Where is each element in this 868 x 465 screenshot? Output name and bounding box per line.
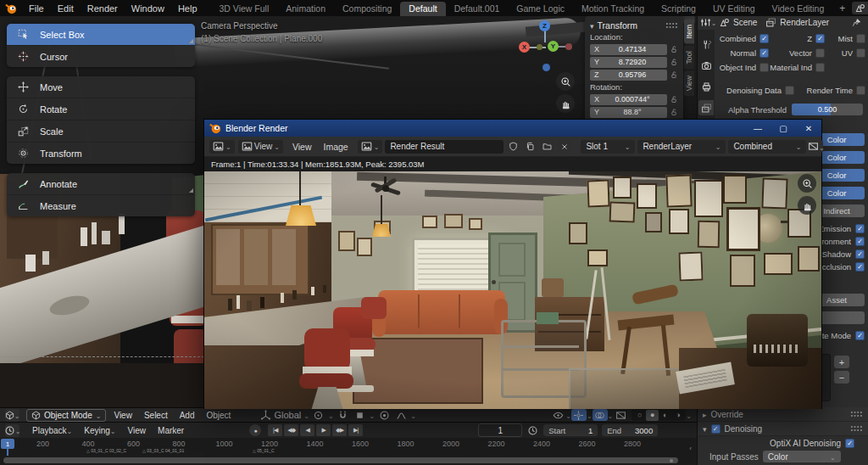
show-object-types-button[interactable] bbox=[550, 409, 565, 421]
tab-game-logic[interactable]: Game Logic bbox=[508, 2, 573, 16]
tool-cursor[interactable]: Cursor bbox=[7, 45, 195, 67]
transport-button-3[interactable]: ▶ bbox=[316, 424, 331, 436]
new-image-button[interactable] bbox=[523, 140, 537, 153]
properties-tab-viewlayer[interactable] bbox=[698, 100, 714, 115]
extra-checkbox-render-time[interactable] bbox=[856, 86, 865, 95]
panel-grip-icon[interactable] bbox=[850, 411, 863, 417]
transport-button-4[interactable]: ◆▶ bbox=[332, 424, 347, 436]
gizmo-axis-x[interactable]: X bbox=[519, 42, 530, 53]
filter-checkbox-ambient-occlusion[interactable]: ✓ bbox=[855, 262, 865, 272]
sidebar-tab-tool[interactable]: Tool bbox=[684, 46, 694, 70]
xray-toggle-button[interactable] bbox=[613, 409, 628, 421]
playhead-line[interactable] bbox=[7, 449, 8, 456]
input-passes-dropdown[interactable]: Color bbox=[763, 451, 841, 462]
editor-type-button[interactable] bbox=[209, 140, 235, 154]
shading-mode-2[interactable]: ◐ bbox=[659, 410, 671, 421]
region-collapse-arrow[interactable] bbox=[689, 445, 692, 452]
transport-button-0[interactable]: |◀ bbox=[268, 424, 282, 436]
tab-motion-tracking[interactable]: Motion Tracking bbox=[573, 2, 653, 16]
fake-user-button[interactable] bbox=[506, 140, 520, 153]
viewport-menu-add[interactable]: Add bbox=[174, 411, 201, 420]
zoom-button[interactable] bbox=[556, 72, 575, 91]
viewport-menu-select[interactable]: Select bbox=[138, 411, 174, 420]
orientation-dropdown[interactable]: Global bbox=[260, 410, 309, 421]
lock-open-icon[interactable] bbox=[670, 70, 678, 79]
mode-dropdown[interactable]: Object Mode bbox=[26, 409, 106, 422]
tool-transform[interactable]: Transform bbox=[7, 142, 195, 164]
snap-target-button[interactable] bbox=[353, 409, 368, 421]
render-window[interactable]: Blender Render — ▢ ✕ View ViewImage Rend… bbox=[203, 119, 822, 409]
record-button[interactable]: ● bbox=[249, 424, 261, 436]
minimize-button[interactable]: — bbox=[745, 120, 771, 137]
properties-tab-printer[interactable] bbox=[698, 79, 714, 94]
location-y-field[interactable]: Y8.72920 bbox=[590, 57, 667, 68]
tab-animation[interactable]: Animation bbox=[277, 2, 334, 16]
transport-button-2[interactable]: ◀ bbox=[300, 424, 314, 436]
transport-button-5[interactable]: ▶| bbox=[348, 424, 363, 436]
panel-grip-icon[interactable] bbox=[850, 425, 863, 432]
pass-checkbox-object-ind[interactable] bbox=[760, 63, 769, 72]
location-z-field[interactable]: Z0.95796 bbox=[590, 70, 667, 81]
viewport-menu-view[interactable]: View bbox=[108, 411, 138, 420]
tab-uv-editing[interactable]: UV Editing bbox=[704, 2, 764, 16]
open-image-button[interactable] bbox=[540, 140, 554, 153]
lock-open-icon[interactable] bbox=[670, 58, 678, 66]
tool-select-box[interactable]: Select Box bbox=[7, 24, 195, 45]
menu-window[interactable]: Window bbox=[125, 3, 171, 14]
gizmo-axis-neg-x[interactable] bbox=[565, 43, 572, 50]
tab-3d-view-full[interactable]: 3D View Full bbox=[211, 2, 278, 16]
close-button[interactable]: ✕ bbox=[796, 120, 821, 137]
gizmo-axis-y[interactable]: Y bbox=[548, 41, 559, 52]
display-mode-dropdown[interactable]: View bbox=[238, 140, 283, 154]
menu-edit[interactable]: Edit bbox=[51, 3, 81, 14]
editor-type-button[interactable] bbox=[701, 16, 715, 29]
tab-default[interactable]: Default bbox=[400, 2, 445, 16]
tool-rotate[interactable]: Rotate bbox=[7, 98, 195, 120]
pass-checkbox-z[interactable]: ✓ bbox=[815, 34, 825, 43]
lock-open-icon[interactable] bbox=[670, 95, 678, 104]
tab-default-001[interactable]: Default.001 bbox=[446, 2, 509, 16]
zoom-button[interactable] bbox=[798, 174, 816, 193]
slot-dropdown[interactable]: Slot 1 bbox=[581, 140, 635, 154]
show-gizmo-button[interactable] bbox=[571, 409, 587, 421]
tab-scripting[interactable]: Scripting bbox=[653, 2, 704, 16]
snap-magnet-button[interactable] bbox=[336, 409, 351, 421]
tool-measure[interactable]: Measure bbox=[7, 194, 195, 216]
transport-button-1[interactable]: ◀◆ bbox=[284, 424, 298, 436]
tab-video-editing[interactable]: Video Editing bbox=[764, 2, 833, 16]
editor-type-button[interactable] bbox=[5, 424, 19, 437]
filter-checkbox-emission[interactable]: ✓ bbox=[855, 224, 865, 233]
display-channels-button[interactable] bbox=[809, 140, 823, 153]
add-workspace-button[interactable]: + bbox=[832, 3, 852, 14]
layer-dropdown[interactable]: RenderLayer bbox=[637, 140, 726, 154]
lock-open-icon[interactable] bbox=[670, 45, 678, 53]
shading-mode-1[interactable]: ● bbox=[646, 410, 659, 421]
filter-checkbox-environment[interactable]: ✓ bbox=[855, 237, 865, 246]
end-frame-field[interactable]: End 3000 bbox=[602, 424, 658, 436]
playhead-tag[interactable]: 1 bbox=[1, 439, 14, 449]
viewport-menu-object[interactable]: Object bbox=[201, 411, 237, 420]
denoising-checkbox[interactable]: ✓ bbox=[711, 424, 721, 434]
pin-icon[interactable] bbox=[852, 18, 861, 27]
image-menu-image[interactable]: Image bbox=[317, 142, 353, 152]
gizmo-axis-z[interactable]: Z bbox=[539, 20, 550, 31]
menu-help[interactable]: Help bbox=[171, 3, 204, 14]
pan-hand-button[interactable] bbox=[556, 94, 575, 113]
sidebar-tab-view[interactable]: View bbox=[684, 70, 694, 96]
timeline-menu-marker[interactable]: Marker bbox=[152, 426, 190, 435]
timeline-marker[interactable]: △ 03_03_C 04_01_01 bbox=[142, 448, 184, 453]
denoising-panel-header[interactable]: ✓ Denoising bbox=[698, 422, 868, 436]
timeline-menu-view[interactable]: View bbox=[122, 426, 153, 435]
rotation-x-field[interactable]: X0.000744° bbox=[590, 94, 667, 105]
show-overlays-button[interactable] bbox=[593, 409, 608, 421]
start-frame-field[interactable]: Start 1 bbox=[543, 424, 598, 436]
timeline-marker[interactable]: △ 03_01_C 03_02_C bbox=[86, 448, 126, 453]
editor-type-button[interactable] bbox=[5, 409, 19, 422]
pass-checkbox-vector[interactable] bbox=[815, 48, 825, 58]
maximize-button[interactable]: ▢ bbox=[771, 120, 796, 137]
extra-checkbox-denoising-data[interactable] bbox=[785, 86, 794, 95]
pass-checkbox-uv[interactable] bbox=[856, 48, 865, 58]
falloff-button[interactable] bbox=[393, 409, 409, 421]
panel-caret-icon[interactable] bbox=[590, 20, 594, 31]
breadcrumb-layer[interactable]: RenderLayer bbox=[780, 18, 829, 27]
